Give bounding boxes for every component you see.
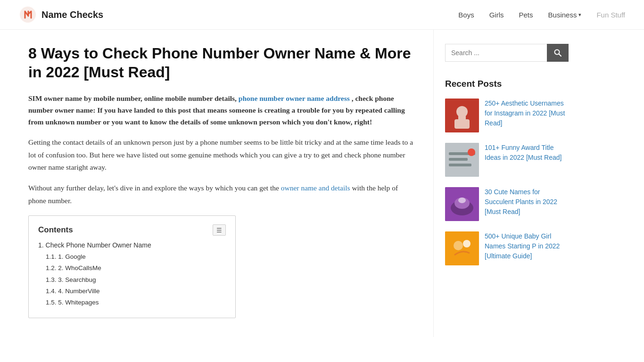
contents-sub-link-4[interactable]: 1.4. 4. NumberVille <box>46 288 100 295</box>
recent-post-link-4[interactable]: 500+ Unique Baby Girl Names Starting P i… <box>485 231 569 261</box>
recent-post-thumb-2 <box>445 143 479 177</box>
svg-rect-5 <box>454 119 470 129</box>
main-content: 8 Ways to Check Phone Number Owner Name … <box>9 30 434 337</box>
svg-point-18 <box>463 240 471 247</box>
site-logo[interactable]: Name Checks <box>19 6 103 24</box>
contents-sub-2: 1.2. 2. WhoCallsMe <box>38 263 226 273</box>
recent-posts-title: Recent Posts <box>445 79 569 89</box>
nav-fun-stuff[interactable]: Fun Stuff <box>596 11 625 19</box>
contents-sub-5: 1.5. 5. Whitepages <box>38 298 226 307</box>
page-wrapper: 8 Ways to Check Phone Number Owner Name … <box>0 30 644 337</box>
recent-post-link-1[interactable]: 250+ Aesthetic Usernames for Instagram i… <box>485 99 569 128</box>
intro-link-phone-owner[interactable]: phone number owner name address <box>239 94 352 102</box>
intro-bold-prefix: SIM owner name by mobile number, online … <box>28 94 237 102</box>
recent-post-2: 101+ Funny Award Title Ideas in 2022 [Mu… <box>445 143 569 177</box>
site-header: Name Checks Boys Girls Pets Business ▾ F… <box>0 0 644 30</box>
search-icon <box>554 49 561 57</box>
thumb-image-1 <box>445 99 479 132</box>
article-intro: SIM owner name by mobile number, online … <box>28 93 414 128</box>
recent-post-3: 30 Cute Names for Succulent Plants in 20… <box>445 187 569 221</box>
svg-point-15 <box>458 197 466 203</box>
svg-line-2 <box>559 54 561 57</box>
nav-boys[interactable]: Boys <box>458 11 474 19</box>
svg-rect-10 <box>449 164 471 166</box>
article-body-p2: Without any further delay, let's dive in… <box>28 182 414 207</box>
svg-point-11 <box>468 148 475 156</box>
svg-rect-6 <box>458 115 466 120</box>
contents-box: Contents ☰ 1. Check Phone Number Owner N… <box>28 215 236 318</box>
recent-post-link-3[interactable]: 30 Cute Names for Succulent Plants in 20… <box>485 187 569 217</box>
recent-post-thumb-1 <box>445 99 479 132</box>
recent-post-1: 250+ Aesthetic Usernames for Instagram i… <box>445 99 569 132</box>
nav-business-label: Business <box>548 11 577 19</box>
search-input[interactable] <box>445 44 547 62</box>
main-nav: Boys Girls Pets Business ▾ Fun Stuff <box>458 11 625 19</box>
contents-toggle-button[interactable]: ☰ <box>213 224 226 236</box>
contents-header: Contents ☰ <box>38 224 226 236</box>
nav-business[interactable]: Business ▾ <box>548 11 582 19</box>
contents-sub-4: 1.4. 4. NumberVille <box>38 287 226 296</box>
contents-list: 1. Check Phone Number Owner Name 1.1. 1.… <box>38 240 226 307</box>
search-button[interactable] <box>547 44 569 62</box>
svg-point-17 <box>454 241 463 250</box>
logo-icon <box>19 6 37 24</box>
inline-link-owner-details[interactable]: owner name and details <box>281 184 350 192</box>
contents-sub-link-3[interactable]: 1.3. 3. Searchbug <box>46 276 96 283</box>
recent-posts-section: Recent Posts 250+ Aesthetic Usernames fo… <box>445 79 569 265</box>
chevron-down-icon: ▾ <box>578 12 581 18</box>
nav-girls[interactable]: Girls <box>489 11 504 19</box>
contents-main-item: 1. Check Phone Number Owner Name <box>38 240 226 250</box>
contents-sub-3: 1.3. 3. Searchbug <box>38 275 226 285</box>
sidebar: Recent Posts 250+ Aesthetic Usernames fo… <box>434 30 580 337</box>
svg-rect-9 <box>449 158 468 161</box>
body-p2-prefix: Without any further delay, let's dive in… <box>28 184 279 192</box>
recent-post-thumb-4 <box>445 231 479 265</box>
thumb-image-4 <box>445 231 479 265</box>
contents-main-link[interactable]: 1. Check Phone Number Owner Name <box>38 241 151 249</box>
logo-text: Name Checks <box>41 9 103 20</box>
contents-title: Contents <box>38 225 73 235</box>
recent-post-thumb-3 <box>445 187 479 221</box>
nav-pets[interactable]: Pets <box>519 11 533 19</box>
thumb-image-2 <box>445 143 479 177</box>
search-box <box>445 44 569 62</box>
contents-sub-link-1[interactable]: 1.1. 1. Google <box>46 253 86 260</box>
article-title: 8 Ways to Check Phone Number Owner Name … <box>28 44 414 82</box>
contents-sub-1: 1.1. 1. Google <box>38 252 226 262</box>
contents-sub-link-5[interactable]: 1.5. 5. Whitepages <box>46 299 99 306</box>
contents-sub-link-2[interactable]: 1.2. 2. WhoCallsMe <box>46 264 101 272</box>
thumb-image-3 <box>445 187 479 221</box>
article-body-p1: Getting the contact details of an unknow… <box>28 136 414 173</box>
recent-post-4: 500+ Unique Baby Girl Names Starting P i… <box>445 231 569 265</box>
recent-post-link-2[interactable]: 101+ Funny Award Title Ideas in 2022 [Mu… <box>485 143 569 163</box>
